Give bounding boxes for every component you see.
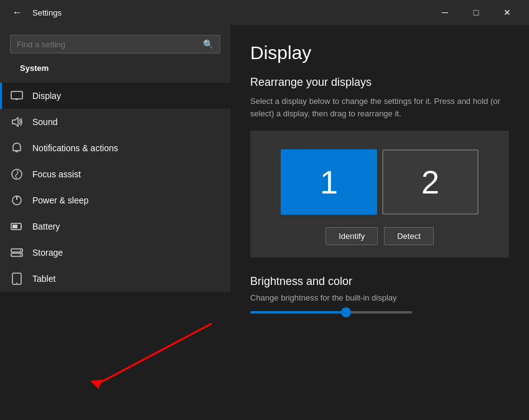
page-title: Display xyxy=(250,42,509,63)
svg-rect-8 xyxy=(12,225,17,228)
back-button[interactable]: ← xyxy=(7,4,27,21)
close-button[interactable]: ✕ xyxy=(493,2,522,22)
sidebar-item-tablet[interactable]: Tablet xyxy=(0,266,230,292)
detect-button[interactable]: Detect xyxy=(384,227,434,245)
identify-button[interactable]: Identify xyxy=(325,227,378,245)
monitor-1[interactable]: 1 xyxy=(281,149,377,215)
focus-icon xyxy=(10,167,24,181)
brightness-slider-container xyxy=(250,311,509,314)
search-icon: 🔍 xyxy=(203,39,213,49)
sidebar-item-display[interactable]: Display xyxy=(0,83,230,109)
sidebar: 🔍 System Display xyxy=(0,25,230,292)
notifications-icon xyxy=(10,141,24,155)
rearrange-desc: Select a display below to change the set… xyxy=(250,95,509,119)
focus-label: Focus assist xyxy=(32,169,81,179)
sidebar-wrapper: 🔍 System Display xyxy=(0,25,230,420)
sidebar-item-sound[interactable]: Sound xyxy=(0,109,230,135)
app-title: Settings xyxy=(32,8,62,17)
sidebar-header: 🔍 System xyxy=(0,25,230,83)
power-label: Power & sleep xyxy=(32,195,88,205)
svg-rect-0 xyxy=(11,91,22,99)
sound-label: Sound xyxy=(32,117,57,127)
tablet-label: Tablet xyxy=(32,274,55,284)
storage-icon xyxy=(10,246,24,259)
tablet-icon xyxy=(10,272,24,286)
power-icon xyxy=(10,194,24,207)
battery-icon xyxy=(10,220,24,233)
search-input[interactable] xyxy=(17,40,203,49)
search-box[interactable]: 🔍 xyxy=(10,35,220,54)
svg-point-15 xyxy=(16,282,17,284)
storage-label: Storage xyxy=(32,248,63,258)
monitor-1-label: 1 xyxy=(320,164,338,201)
content-area: Display Rearrange your displays Select a… xyxy=(230,25,529,420)
monitors-row: 1 2 xyxy=(281,149,479,215)
display-label: Display xyxy=(32,91,61,101)
svg-point-13 xyxy=(20,254,21,256)
rearrange-title: Rearrange your displays xyxy=(250,76,509,89)
sidebar-item-power[interactable]: Power & sleep xyxy=(0,187,230,213)
sound-icon xyxy=(10,115,24,129)
maximize-button[interactable]: □ xyxy=(462,2,490,22)
main-layout: 🔍 System Display xyxy=(0,25,529,420)
brightness-desc: Change brightness for the built-in displ… xyxy=(250,293,509,302)
system-label: System xyxy=(10,61,220,78)
monitor-2[interactable]: 2 xyxy=(382,149,479,215)
window-controls: ─ □ ✕ xyxy=(431,2,522,22)
sidebar-item-battery[interactable]: Battery xyxy=(0,213,230,240)
sidebar-item-focus[interactable]: Focus assist xyxy=(0,161,230,187)
svg-point-12 xyxy=(20,250,21,251)
back-icon: ← xyxy=(12,7,22,18)
svg-marker-3 xyxy=(12,118,18,126)
monitor-buttons: Identify Detect xyxy=(325,227,434,245)
minimize-button[interactable]: ─ xyxy=(431,2,459,22)
titlebar: ← Settings ─ □ ✕ xyxy=(0,0,529,25)
brightness-section: Brightness and color Change brightness f… xyxy=(250,275,509,314)
brightness-slider[interactable] xyxy=(250,311,412,314)
display-icon xyxy=(10,89,24,103)
sidebar-item-notifications[interactable]: Notifications & actions xyxy=(0,135,230,161)
notifications-label: Notifications & actions xyxy=(32,143,118,153)
monitor-2-label: 2 xyxy=(421,164,439,201)
battery-label: Battery xyxy=(32,222,60,231)
sidebar-item-storage[interactable]: Storage xyxy=(0,240,230,266)
display-preview: 1 2 Identify Detect xyxy=(250,131,509,258)
svg-marker-17 xyxy=(90,380,103,389)
svg-line-16 xyxy=(96,324,212,385)
brightness-title: Brightness and color xyxy=(250,275,509,288)
